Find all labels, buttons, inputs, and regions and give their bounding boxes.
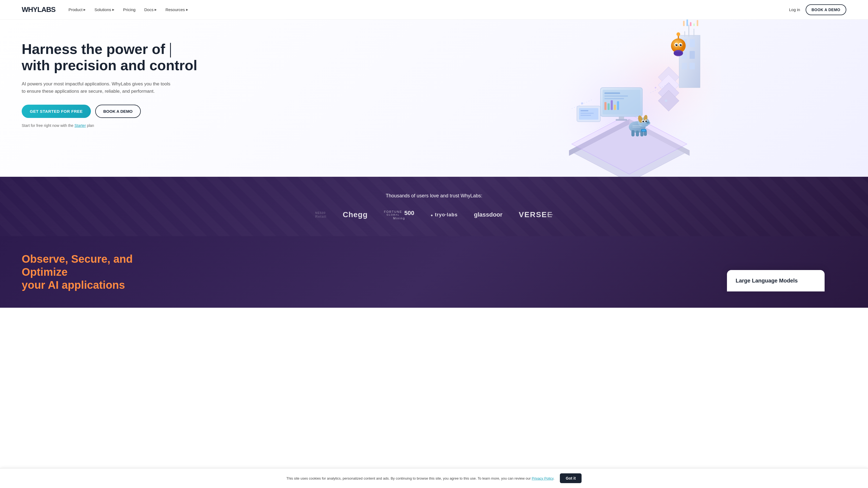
trust-title: Thousands of users love and trust WhyLab… [22, 193, 846, 199]
brand-logo[interactable]: WHYLABS [22, 5, 55, 14]
svg-rect-30 [693, 29, 694, 37]
svg-rect-33 [686, 20, 688, 26]
nav-solutions[interactable]: Solutions ▶ [94, 7, 115, 12]
svg-point-75 [655, 87, 656, 88]
svg-rect-67 [632, 126, 642, 126]
svg-point-50 [681, 44, 681, 45]
svg-rect-11 [604, 102, 607, 110]
svg-rect-52 [674, 52, 683, 55]
svg-rect-28 [689, 63, 695, 69]
nav-pricing[interactable]: Pricing [123, 7, 135, 12]
bottom-section: Observe, Secure, and Optimize your AI ap… [0, 236, 868, 308]
cursor-blink [170, 43, 171, 58]
svg-rect-9 [604, 95, 628, 97]
hero-note: Start for free right now with the Starte… [22, 123, 212, 128]
get-started-button[interactable]: GET STARTED FOR FREE [22, 105, 91, 118]
product-arrow-icon: ▶ [84, 8, 86, 11]
svg-point-61 [642, 121, 644, 122]
svg-point-76 [665, 99, 668, 102]
fortune-global-logo: FORTUNE GLOBAL 500 Mining [384, 209, 414, 220]
starter-plan-link[interactable]: Starter [74, 123, 86, 128]
glassdoor-logo: glassdoor [474, 211, 502, 218]
chegg-logo: Chegg [343, 210, 368, 219]
svg-point-74 [581, 102, 583, 104]
svg-rect-31 [684, 31, 685, 37]
svg-rect-40 [581, 113, 593, 113]
hero-illustration [391, 20, 868, 177]
svg-rect-41 [581, 115, 591, 116]
svg-rect-12 [608, 103, 610, 110]
hero-section: Harness the power of with precision and … [0, 20, 868, 177]
svg-rect-68 [632, 127, 641, 128]
login-link[interactable]: Log in [789, 7, 800, 12]
book-demo-nav-button[interactable]: BOOK A DEMO [806, 4, 846, 15]
hero-subtitle: AI powers your most impactful applicatio… [22, 80, 174, 95]
trust-section: Thousands of users love and trust WhyLab… [0, 177, 868, 236]
svg-rect-70 [642, 130, 646, 131]
book-demo-hero-button[interactable]: BOOK A DEMO [95, 105, 141, 118]
svg-rect-29 [688, 25, 689, 36]
nav-links: Product ▶ Solutions ▶ Pricing Docs ▶ Res… [68, 7, 789, 12]
svg-point-49 [677, 44, 677, 45]
nav-actions: Log in BOOK A DEMO [789, 4, 846, 15]
svg-rect-26 [689, 51, 695, 59]
svg-rect-27 [682, 63, 687, 69]
navigation: WHYLABS Product ▶ Solutions ▶ Pricing Do… [0, 0, 868, 20]
svg-rect-32 [683, 21, 685, 26]
svg-rect-13 [611, 100, 613, 110]
svg-rect-34 [690, 22, 691, 26]
svg-rect-8 [604, 93, 620, 94]
svg-rect-38 [579, 108, 598, 120]
trust-logos: NE500 Retail Chegg FORTUNE GLOBAL 500 Mi… [22, 209, 846, 220]
svg-rect-15 [617, 101, 619, 110]
observe-title: Observe, Secure, and Optimize your AI ap… [22, 252, 157, 291]
svg-rect-10 [604, 98, 624, 99]
tryo-labs-logo: ⬥ tryo·labs [431, 212, 458, 218]
svg-rect-35 [693, 24, 695, 26]
verse-logo: VERSEE [519, 210, 553, 219]
svg-rect-36 [696, 20, 698, 26]
fortune500-retail-logo: NE500 Retail [315, 211, 326, 219]
llm-card-title: Large Language Models [736, 278, 816, 284]
svg-point-43 [677, 32, 680, 36]
nav-docs[interactable]: Docs ▶ [144, 7, 157, 12]
resources-arrow-icon: ▶ [186, 8, 188, 11]
llm-card: Large Language Models [727, 270, 825, 291]
nav-resources[interactable]: Resources ▶ [165, 7, 188, 12]
svg-rect-17 [616, 119, 627, 121]
svg-rect-63 [631, 130, 635, 136]
svg-point-62 [645, 120, 647, 122]
hero-buttons: GET STARTED FOR FREE BOOK A DEMO [22, 105, 212, 118]
svg-rect-64 [636, 131, 639, 136]
nav-product[interactable]: Product ▶ [68, 7, 86, 12]
solutions-arrow-icon: ▶ [112, 8, 115, 11]
docs-arrow-icon: ▶ [155, 8, 157, 11]
svg-rect-39 [581, 110, 588, 111]
svg-rect-24 [689, 39, 695, 47]
hero-title: Harness the power of with precision and … [22, 41, 212, 74]
hero-content: Harness the power of with precision and … [22, 41, 212, 128]
svg-rect-14 [614, 105, 616, 110]
